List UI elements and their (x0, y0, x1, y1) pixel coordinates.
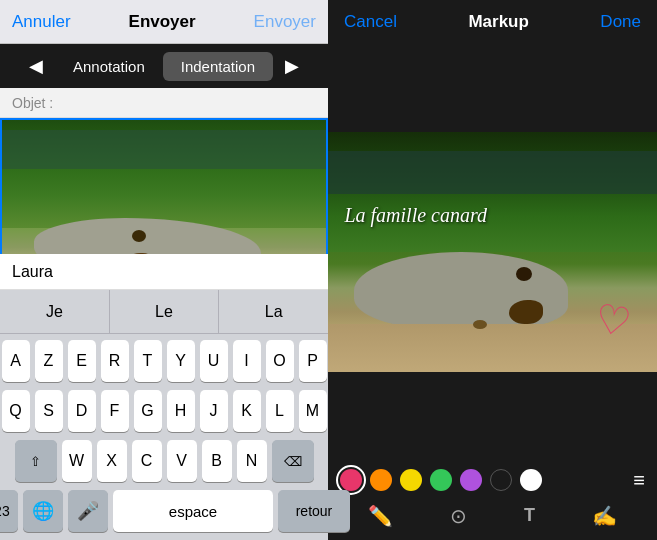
water (2, 130, 326, 169)
keyboard[interactable]: Je Le La A Z E R T Y U I O P Q S (0, 290, 328, 540)
annotation-text: La famille canard (344, 204, 487, 227)
color-dots (340, 469, 542, 491)
text-tool[interactable]: T (516, 501, 543, 530)
delete-key[interactable]: ⌫ (272, 440, 314, 482)
heart-drawing: ♡ (591, 294, 634, 346)
mic-key[interactable]: 🎤 (68, 490, 108, 532)
signature-tool[interactable]: ✍️ (584, 500, 625, 532)
shift-key[interactable]: ⇧ (15, 440, 57, 482)
key-o[interactable]: O (266, 340, 294, 382)
autocomplete-word-3[interactable]: La (219, 290, 328, 333)
cancel-button[interactable]: Annuler (12, 12, 71, 32)
sender-row: Laura (0, 254, 328, 290)
prev-tab-button[interactable]: ◀ (17, 55, 55, 77)
key-n[interactable]: N (237, 440, 267, 482)
key-f[interactable]: F (101, 390, 129, 432)
num-key[interactable]: 123 (0, 490, 18, 532)
right-water (328, 151, 657, 194)
autocomplete-word-1[interactable]: Je (0, 290, 110, 333)
color-white[interactable] (520, 469, 542, 491)
lasso-tool[interactable]: ⊙ (442, 500, 475, 532)
return-key[interactable]: retour (278, 490, 350, 532)
right-panel: Cancel Markup Done La famille canard ♡ (328, 0, 657, 540)
duck-scene (2, 120, 326, 254)
key-u[interactable]: U (200, 340, 228, 382)
indentation-tab[interactable]: Indentation (163, 52, 273, 81)
key-w[interactable]: W (62, 440, 92, 482)
key-i[interactable]: I (233, 340, 261, 382)
space-key[interactable]: espace (113, 490, 273, 532)
stroke-width-button[interactable]: ≡ (633, 469, 645, 492)
attached-image-left (0, 118, 328, 254)
key-q[interactable]: Q (2, 390, 30, 432)
markup-cancel-button[interactable]: Cancel (344, 12, 397, 32)
globe-key[interactable]: 🌐 (23, 490, 63, 532)
key-g[interactable]: G (134, 390, 162, 432)
pen-tool[interactable]: ✏️ (360, 500, 401, 532)
markup-image: La famille canard ♡ (328, 132, 657, 372)
key-k[interactable]: K (233, 390, 261, 432)
color-orange[interactable] (370, 469, 392, 491)
key-m[interactable]: M (299, 390, 327, 432)
send-button[interactable]: Envoyer (254, 12, 316, 32)
color-pink[interactable] (340, 469, 362, 491)
right-duck-scene: La famille canard ♡ (328, 132, 657, 372)
color-purple[interactable] (460, 469, 482, 491)
autocomplete-bar: Je Le La (0, 290, 328, 334)
bottom-key-row: 123 🌐 🎤 espace retour (0, 490, 328, 540)
key-y[interactable]: Y (167, 340, 195, 382)
key-c[interactable]: C (132, 440, 162, 482)
sender-name: Laura (12, 263, 53, 281)
right-duckling (473, 320, 487, 329)
key-t[interactable]: T (134, 340, 162, 382)
left-header: Annuler Envoyer Envoyer (0, 0, 328, 44)
key-x[interactable]: X (97, 440, 127, 482)
key-a[interactable]: A (2, 340, 30, 382)
left-panel: Annuler Envoyer Envoyer ◀ Annotation Ind… (0, 0, 328, 540)
markup-header: Cancel Markup Done (328, 0, 657, 44)
markup-canvas[interactable]: La famille canard ♡ (328, 44, 657, 460)
key-row-3: ⇧ W X C V B N ⌫ (3, 440, 325, 482)
key-e[interactable]: E (68, 340, 96, 382)
key-l[interactable]: L (266, 390, 294, 432)
duck-head (132, 230, 146, 242)
key-v[interactable]: V (167, 440, 197, 482)
color-yellow[interactable] (400, 469, 422, 491)
markup-toolbar: ≡ ✏️ ⊙ T ✍️ (328, 460, 657, 540)
key-s[interactable]: S (35, 390, 63, 432)
right-duck-head (516, 267, 532, 281)
subject-row[interactable]: Objet : (0, 88, 328, 118)
key-row-1: A Z E R T Y U I O P (3, 340, 325, 382)
color-black[interactable] (490, 469, 512, 491)
key-rows: A Z E R T Y U I O P Q S D F G H J K (0, 334, 328, 482)
key-h[interactable]: H (167, 390, 195, 432)
key-z[interactable]: Z (35, 340, 63, 382)
autocomplete-word-2[interactable]: Le (110, 290, 220, 333)
subject-label: Objet : (12, 95, 53, 111)
compose-title: Envoyer (129, 12, 196, 32)
key-b[interactable]: B (202, 440, 232, 482)
color-green[interactable] (430, 469, 452, 491)
key-d[interactable]: D (68, 390, 96, 432)
key-j[interactable]: J (200, 390, 228, 432)
markup-done-button[interactable]: Done (600, 12, 641, 32)
right-duck-body (509, 300, 543, 324)
key-p[interactable]: P (299, 340, 327, 382)
tool-row: ✏️ ⊙ T ✍️ (328, 500, 657, 532)
color-palette-row: ≡ (328, 469, 657, 492)
key-row-2: Q S D F G H J K L M (3, 390, 325, 432)
formatting-toolbar: ◀ Annotation Indentation ▶ (0, 44, 328, 88)
markup-title: Markup (468, 12, 528, 32)
annotation-tab[interactable]: Annotation (55, 52, 163, 81)
key-r[interactable]: R (101, 340, 129, 382)
email-body[interactable] (0, 118, 328, 254)
next-tab-button[interactable]: ▶ (273, 55, 311, 77)
